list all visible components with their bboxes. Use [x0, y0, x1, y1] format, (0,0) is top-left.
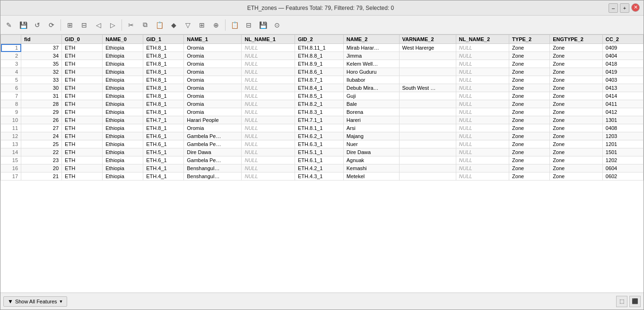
table-cell[interactable]: 24: [21, 132, 62, 140]
table-cell[interactable]: Majang: [343, 132, 399, 140]
table-cell[interactable]: ETH: [62, 76, 103, 84]
table-cell[interactable]: 30: [21, 84, 62, 92]
layout-right-button[interactable]: ⬛: [629, 296, 641, 307]
table-cell[interactable]: Zone: [550, 164, 603, 172]
table-cell[interactable]: Zone: [550, 52, 603, 60]
table-cell[interactable]: Kemashi: [343, 164, 399, 172]
table-cell[interactable]: Gambela Pe…: [184, 156, 242, 164]
col-header-name2[interactable]: NAME_2: [343, 35, 399, 44]
table-cell[interactable]: ETH.4_1: [143, 172, 184, 181]
table-cell[interactable]: ETH: [62, 172, 103, 181]
table-cell[interactable]: West Harerge: [399, 44, 456, 52]
table-cell[interactable]: NULL: [456, 52, 509, 60]
table-cell[interactable]: 25: [21, 140, 62, 148]
table-cell[interactable]: Zone: [550, 44, 603, 52]
table-cell[interactable]: Zone: [550, 100, 603, 108]
table-cell[interactable]: Zone: [509, 172, 550, 181]
table-cell[interactable]: NULL: [456, 92, 509, 100]
table-cell[interactable]: NULL: [242, 92, 295, 100]
table-cell[interactable]: 1203: [602, 132, 643, 140]
table-cell[interactable]: NULL: [242, 52, 295, 60]
table-cell[interactable]: Ethiopia: [103, 116, 143, 124]
col-header-gid1[interactable]: GID_1: [143, 35, 184, 44]
table-cell[interactable]: Hareri: [343, 116, 399, 124]
table-cell[interactable]: Ethiopia: [103, 164, 143, 172]
table-cell[interactable]: Zone: [509, 164, 550, 172]
col-header-engtype2[interactable]: ENGTYPE_2: [550, 35, 603, 44]
save-edits-button[interactable]: 💾: [17, 18, 30, 32]
table-cell[interactable]: 0409: [602, 44, 643, 52]
select-button[interactable]: ◆: [167, 18, 180, 32]
table-cell[interactable]: [399, 156, 456, 164]
table-cell[interactable]: Zone: [550, 172, 603, 181]
table-cell[interactable]: NULL: [242, 172, 295, 181]
table-cell[interactable]: NULL: [242, 84, 295, 92]
table-cell[interactable]: [399, 164, 456, 172]
table-cell[interactable]: ETH: [62, 108, 103, 116]
table-cell[interactable]: Oromia: [184, 52, 242, 60]
table-cell[interactable]: Agnuak: [343, 156, 399, 164]
table-cell[interactable]: NULL: [456, 124, 509, 132]
table-cell[interactable]: ETH.4_1: [143, 164, 184, 172]
table-cell[interactable]: Zone: [509, 108, 550, 116]
search-button[interactable]: ⊙: [270, 18, 284, 32]
table-cell[interactable]: [399, 100, 456, 108]
table-cell[interactable]: 23: [21, 156, 62, 164]
table-cell[interactable]: Zone: [550, 148, 603, 156]
edit-button[interactable]: ✎: [2, 18, 16, 32]
table-row[interactable]: 1127ETHEthiopiaETH.8_1OromiaNULLETH.8.1_…: [1, 124, 644, 132]
table-cell[interactable]: NULL: [456, 164, 509, 172]
table-cell[interactable]: ETH.8_1: [143, 76, 184, 84]
table-cell[interactable]: NULL: [456, 148, 509, 156]
table-row[interactable]: 335ETHEthiopiaETH.8_1OromiaNULLETH.8.9_1…: [1, 60, 644, 68]
table-cell[interactable]: ETH.8_1: [143, 124, 184, 132]
table-cell[interactable]: NULL: [456, 132, 509, 140]
table-cell[interactable]: ETH: [62, 44, 103, 52]
table-cell[interactable]: Ethiopia: [103, 60, 143, 68]
table-cell[interactable]: Zone: [509, 156, 550, 164]
table-cell[interactable]: Zone: [509, 124, 550, 132]
table-cell[interactable]: ETH.6_1: [143, 132, 184, 140]
col-header-gid0[interactable]: GID_0: [62, 35, 103, 44]
table-cell[interactable]: Zone: [509, 68, 550, 76]
table-cell[interactable]: 33: [21, 76, 62, 84]
table-cell[interactable]: Debub Mira…: [343, 84, 399, 92]
table-cell[interactable]: Ethiopia: [103, 52, 143, 60]
table-cell[interactable]: Ethiopia: [103, 84, 143, 92]
table-cell[interactable]: 21: [21, 172, 62, 181]
table-row[interactable]: 432ETHEthiopiaETH.8_1OromiaNULLETH.8.6_1…: [1, 68, 644, 76]
table-cell[interactable]: NULL: [456, 140, 509, 148]
table-cell[interactable]: NULL: [456, 76, 509, 84]
table-cell[interactable]: [399, 124, 456, 132]
col-header-nlname2[interactable]: NL_NAME_2: [456, 35, 509, 44]
refresh-button[interactable]: ⟳: [45, 18, 58, 32]
table-cell[interactable]: Benshangul…: [184, 164, 242, 172]
table-cell[interactable]: ETH: [62, 148, 103, 156]
table-cell[interactable]: Ethiopia: [103, 108, 143, 116]
table-cell[interactable]: NULL: [456, 68, 509, 76]
table-cell[interactable]: Oromia: [184, 44, 242, 52]
table-row[interactable]: 929ETHEthiopiaETH.8_1OromiaNULLETH.8.3_1…: [1, 108, 644, 116]
table-cell[interactable]: Oromia: [184, 92, 242, 100]
table-cell[interactable]: [399, 52, 456, 60]
col-header-nlname1[interactable]: NL_NAME_1: [242, 35, 295, 44]
table-cell[interactable]: Ethiopia: [103, 148, 143, 156]
table-cell[interactable]: ETH.8.2_1: [295, 100, 343, 108]
table-cell[interactable]: ETH.8_1: [143, 100, 184, 108]
table-cell[interactable]: Zone: [550, 156, 603, 164]
table-cell[interactable]: 29: [21, 108, 62, 116]
table-cell[interactable]: South West …: [399, 84, 456, 92]
table-cell[interactable]: NULL: [456, 100, 509, 108]
table-cell[interactable]: ETH: [62, 164, 103, 172]
table-cell[interactable]: NULL: [242, 60, 295, 68]
table-cell[interactable]: 26: [21, 116, 62, 124]
table-cell[interactable]: NULL: [242, 100, 295, 108]
table-cell[interactable]: [399, 76, 456, 84]
table-cell[interactable]: ETH: [62, 156, 103, 164]
table-cell[interactable]: 27: [21, 124, 62, 132]
paste-button[interactable]: 📋: [153, 18, 166, 32]
table-cell[interactable]: ETH.8.8_1: [295, 52, 343, 60]
table-cell[interactable]: [399, 132, 456, 140]
table-cell[interactable]: 34: [21, 52, 62, 60]
table-cell[interactable]: Ethiopia: [103, 140, 143, 148]
